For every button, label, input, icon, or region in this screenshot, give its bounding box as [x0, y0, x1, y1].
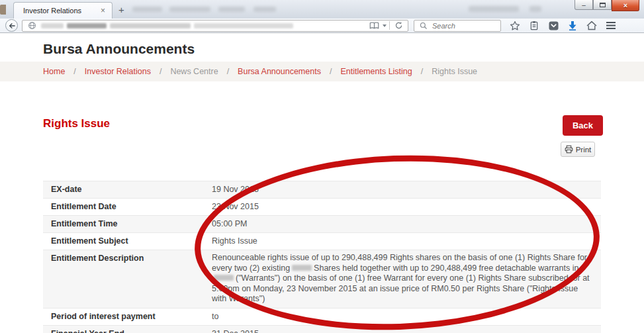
section-heading: Rights Issue	[43, 117, 110, 130]
redacted-text	[469, 6, 519, 12]
redacted-url	[194, 23, 293, 28]
chevron-down-icon[interactable]	[383, 24, 387, 27]
close-button[interactable]: ×	[612, 0, 639, 11]
table-row-period-of-interest-payment: Period of interest payment to	[43, 309, 601, 326]
breadcrumb-home[interactable]: Home	[43, 67, 65, 76]
redacted-company-name	[214, 275, 234, 281]
browser-window: Investor Relations × + – ×	[0, 0, 644, 333]
reload-icon[interactable]	[392, 20, 404, 32]
download-icon[interactable]	[567, 20, 578, 32]
redacted-text	[218, 7, 245, 12]
table-row-entitlement-time: Entitlement Time 05:00 PM	[43, 216, 601, 233]
row-value: to	[204, 309, 601, 325]
redacted-text	[253, 7, 276, 12]
row-value: Rights Issue	[204, 233, 601, 250]
titlebar: Investor Relations × + – ×	[0, 0, 644, 19]
row-value-description: Renounceable rights issue of up to 290,4…	[204, 250, 601, 308]
row-value: 23 Nov 2015	[204, 199, 601, 215]
redacted-url	[41, 23, 64, 28]
breadcrumb-separator: /	[330, 67, 332, 76]
row-label: Period of interest payment	[43, 309, 204, 325]
row-label: Entitlement Subject	[43, 233, 204, 250]
redacted-url	[67, 23, 107, 28]
nav-toolbar	[0, 19, 644, 33]
row-label: Entitlement Date	[43, 199, 204, 215]
redacted-text	[529, 6, 541, 12]
bookmark-star-icon[interactable]	[509, 20, 521, 32]
description-part: ("Warrants") on the basis of one (1) fre…	[212, 273, 590, 303]
tab-close-icon[interactable]: ×	[99, 7, 107, 15]
maximize-button[interactable]	[593, 0, 612, 10]
print-button[interactable]: Print	[561, 142, 595, 157]
page-content: Bursa Announcements Home / Investor Rela…	[0, 33, 644, 333]
table-row-ex-date: EX-date 19 Nov 2015	[43, 181, 601, 199]
window-edge	[0, 5, 6, 15]
breadcrumb-investor-relations[interactable]: Investor Relations	[85, 67, 151, 76]
tab-investor-relations[interactable]: Investor Relations ×	[13, 2, 113, 19]
new-tab-button[interactable]: +	[118, 4, 124, 15]
row-label: Entitlement Description	[43, 250, 204, 308]
breadcrumb-separator: /	[421, 67, 423, 76]
back-nav-button[interactable]	[5, 19, 18, 32]
maximize-icon	[600, 3, 606, 7]
search-input[interactable]	[432, 22, 492, 30]
breadcrumb-entitlements-listing[interactable]: Entitlements Listing	[340, 67, 412, 76]
bookmarks-clipboard-icon[interactable]	[528, 20, 540, 32]
redacted-company-name	[292, 265, 312, 271]
redacted-text	[169, 7, 210, 12]
search-icon	[418, 20, 430, 32]
divider	[389, 21, 390, 30]
url-bar[interactable]	[22, 20, 408, 32]
row-label: EX-date	[43, 181, 204, 198]
row-label: Entitlement Time	[43, 216, 204, 232]
row-value: 19 Nov 2015	[204, 181, 601, 198]
home-icon[interactable]	[586, 20, 598, 32]
breadcrumb-news-centre: News Centre	[170, 67, 218, 76]
search-box[interactable]	[414, 20, 501, 32]
row-value: 05:00 PM	[204, 216, 601, 232]
row-value: 31 Dec 2015	[204, 326, 601, 333]
description-part: Shares held together with up to 290,488,…	[314, 263, 578, 273]
breadcrumb-separator: /	[227, 67, 229, 76]
table-row-entitlement-date: Entitlement Date 23 Nov 2015	[43, 199, 601, 216]
row-label: Financial Year End	[43, 326, 204, 333]
window-controls: – ×	[575, 0, 639, 11]
breadcrumb-rights-issue: Rights Issue	[432, 67, 477, 76]
menu-hamburger-icon[interactable]	[605, 20, 617, 32]
table-row-financial-year-end: Financial Year End 31 Dec 2015	[43, 326, 601, 333]
back-arrow-icon	[6, 20, 17, 32]
printer-icon	[565, 145, 573, 154]
entitlement-details-table: EX-date 19 Nov 2015 Entitlement Date 23 …	[43, 181, 601, 333]
back-button[interactable]: Back	[563, 115, 603, 136]
minimize-button[interactable]: –	[575, 0, 593, 10]
breadcrumb-bursa-announcements[interactable]: Bursa Announcements	[238, 67, 321, 76]
breadcrumb-separator: /	[73, 67, 75, 76]
reader-view-icon[interactable]	[368, 20, 380, 32]
table-row-entitlement-subject: Entitlement Subject Rights Issue	[43, 233, 601, 250]
page-title: Bursa Announcements	[43, 41, 195, 57]
pocket-icon[interactable]	[547, 20, 559, 32]
table-row-entitlement-description: Entitlement Description Renounceable rig…	[43, 250, 601, 309]
redacted-text	[132, 7, 162, 12]
tab-title: Investor Relations	[23, 7, 99, 15]
breadcrumb: Home / Investor Relations / News Centre …	[0, 62, 644, 81]
globe-icon	[26, 20, 38, 32]
print-label: Print	[576, 146, 592, 154]
breadcrumb-separator: /	[160, 67, 161, 76]
redacted-url	[110, 23, 191, 28]
